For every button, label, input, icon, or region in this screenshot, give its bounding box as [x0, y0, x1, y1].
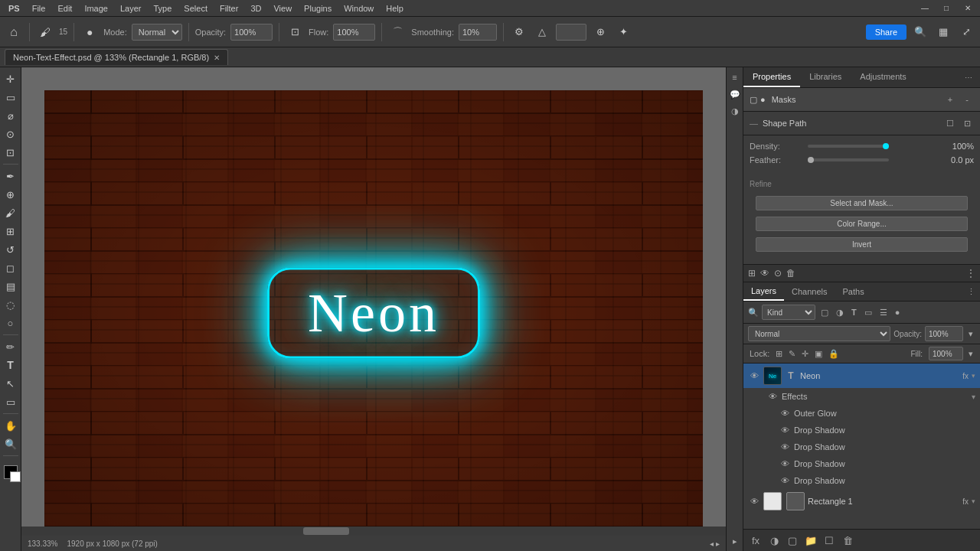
marquee-tool[interactable]: ▭	[2, 89, 19, 106]
drop-shadow-3-visibility-icon[interactable]: 👁	[779, 458, 791, 470]
lock-position-icon[interactable]: ✛	[800, 347, 810, 360]
filter-adjust-icon[interactable]: ◑	[834, 306, 846, 319]
move-tool[interactable]: ✛	[2, 70, 19, 87]
symmetry-btn[interactable]: ⊕	[591, 23, 609, 41]
lock-gradient-icon[interactable]: ✎	[787, 347, 797, 360]
zoom-tool[interactable]: 🔍	[2, 435, 19, 452]
quick-select-tool[interactable]: ⊙	[2, 126, 19, 142]
fill-input[interactable]	[929, 347, 963, 360]
home-button[interactable]: ⌂	[5, 23, 23, 41]
layout-btn[interactable]: ▦	[934, 23, 952, 41]
comment-icon[interactable]: 💬	[728, 87, 742, 101]
mode-select[interactable]: Normal	[132, 24, 182, 41]
filter-type-icon[interactable]: T	[849, 306, 859, 318]
blend-mode-select[interactable]: Normal	[748, 326, 890, 341]
filter-pixel-icon[interactable]: ▢	[818, 306, 831, 319]
filter-effect-icon[interactable]: ●	[893, 306, 903, 318]
lock-pixel-icon[interactable]: ⊞	[774, 347, 784, 360]
menu-window[interactable]: Window	[338, 2, 379, 15]
menu-plugins[interactable]: Plugins	[299, 2, 337, 15]
lasso-tool[interactable]: ⌀	[2, 107, 19, 124]
path-select-tool[interactable]: ↖	[2, 375, 19, 392]
expand-btn[interactable]: ⤢	[957, 23, 975, 41]
tab-adjustments[interactable]: Adjustments	[851, 67, 916, 87]
filter-smart-icon[interactable]: ☰	[877, 306, 890, 319]
neon-fx-expand[interactable]: ▾	[972, 372, 975, 380]
filter-shape-icon[interactable]: ▭	[862, 306, 874, 319]
drop-shadow-1-visibility-icon[interactable]: 👁	[779, 424, 791, 436]
panel-expand-icon[interactable]: ⋯	[962, 70, 975, 84]
background-color[interactable]	[10, 471, 21, 482]
layers-tab[interactable]: Layers	[743, 282, 784, 301]
invert-button[interactable]: Invert	[756, 237, 968, 252]
hand-tool[interactable]: ✋	[2, 417, 19, 434]
menu-image[interactable]: Image	[79, 2, 113, 15]
menu-type[interactable]: Type	[149, 2, 178, 15]
layer-rectangle-1[interactable]: 👁 Rectangle 1 fx ▾	[743, 489, 980, 514]
drop-shadow-effect-3[interactable]: 👁 Drop Shadow	[743, 455, 980, 472]
tab-close-button[interactable]: ✕	[214, 54, 220, 62]
delete-layer-button[interactable]: 🗑	[840, 533, 855, 548]
add-mask-button[interactable]: ▢	[785, 533, 800, 548]
select-mask-button[interactable]: Select and Mask...	[756, 196, 968, 210]
type-tool[interactable]: T	[2, 357, 19, 373]
channels-tab[interactable]: Channels	[784, 283, 835, 300]
blur-tool[interactable]: ◌	[2, 296, 19, 313]
drop-shadow-4-visibility-icon[interactable]: 👁	[779, 474, 791, 487]
drop-shadow-2-visibility-icon[interactable]: 👁	[779, 441, 791, 453]
crop-tool[interactable]: ⊡	[2, 144, 19, 161]
filter-kind-select[interactable]: Kind	[762, 305, 815, 320]
eraser-tool[interactable]: ◻	[2, 259, 19, 276]
menu-help[interactable]: Help	[381, 2, 409, 15]
feather-slider[interactable]	[808, 158, 889, 161]
fill-dropdown-icon[interactable]: ▾	[966, 347, 975, 360]
rect-visibility-icon[interactable]: 👁	[748, 495, 760, 507]
close-button[interactable]: ✕	[959, 0, 977, 18]
dodge-tool[interactable]: ○	[2, 315, 19, 331]
layer-neon[interactable]: 👁 Ne T Neon fx ▾	[743, 364, 980, 388]
angle-tool[interactable]: △	[533, 23, 551, 41]
mask-subtract-btn[interactable]: -	[960, 93, 974, 106]
pen-tool[interactable]: ✏	[2, 338, 19, 355]
menu-select[interactable]: Select	[178, 2, 213, 15]
history-tool[interactable]: ↺	[2, 241, 19, 258]
horizontal-scrollbar[interactable]	[21, 527, 726, 536]
drop-shadow-effect-1[interactable]: 👁 Drop Shadow	[743, 422, 980, 439]
collapse-icon[interactable]: ▸	[728, 534, 742, 548]
scrollbar-thumb[interactable]	[303, 527, 349, 535]
prop-icon-4[interactable]: 🗑	[786, 268, 795, 279]
prop-icon-3[interactable]: ⊙	[774, 268, 782, 279]
brush-tool[interactable]: 🖌	[36, 23, 54, 41]
add-adjustment-button[interactable]: ◑	[766, 533, 782, 548]
effects-expand-icon[interactable]: ▾	[972, 393, 975, 401]
create-layer-button[interactable]: ☐	[822, 533, 837, 548]
rect-fx-expand[interactable]: ▾	[972, 497, 975, 505]
healing-tool[interactable]: ⊕	[2, 186, 19, 203]
lock-all-icon[interactable]: 🔒	[827, 347, 841, 360]
shape-tool[interactable]: ▭	[2, 393, 19, 410]
smoothing-input[interactable]	[459, 24, 497, 41]
opacity-input-layers[interactable]	[925, 326, 963, 341]
menu-view[interactable]: View	[268, 2, 297, 15]
foreground-color[interactable]	[4, 465, 18, 479]
flow-btn[interactable]: ⊡	[286, 23, 304, 41]
maximize-button[interactable]: □	[937, 0, 956, 18]
prop-collapse[interactable]: ⋮	[966, 268, 975, 279]
tab-libraries[interactable]: Libraries	[800, 67, 851, 87]
search-button[interactable]: 🔍	[911, 23, 929, 41]
minimize-button[interactable]: —	[916, 0, 934, 18]
flow-input[interactable]	[333, 24, 375, 41]
shape-path-btn-1[interactable]: ☐	[943, 116, 957, 130]
layers-panel-menu[interactable]: ⋮	[967, 287, 975, 296]
settings-icon[interactable]: ⚙	[510, 23, 528, 41]
opacity-input[interactable]	[230, 24, 273, 41]
brush-preset[interactable]: ●	[80, 23, 99, 41]
menu-layer[interactable]: Layer	[115, 2, 147, 15]
density-slider[interactable]	[808, 145, 889, 148]
paths-tab[interactable]: Paths	[835, 283, 872, 300]
menu-filter[interactable]: Filter	[214, 2, 243, 15]
menu-file[interactable]: File	[27, 2, 51, 15]
canvas[interactable]: Neon	[44, 90, 703, 536]
lock-artboard-icon[interactable]: ▣	[813, 347, 824, 360]
effects-visibility-icon[interactable]: 👁	[766, 390, 779, 403]
